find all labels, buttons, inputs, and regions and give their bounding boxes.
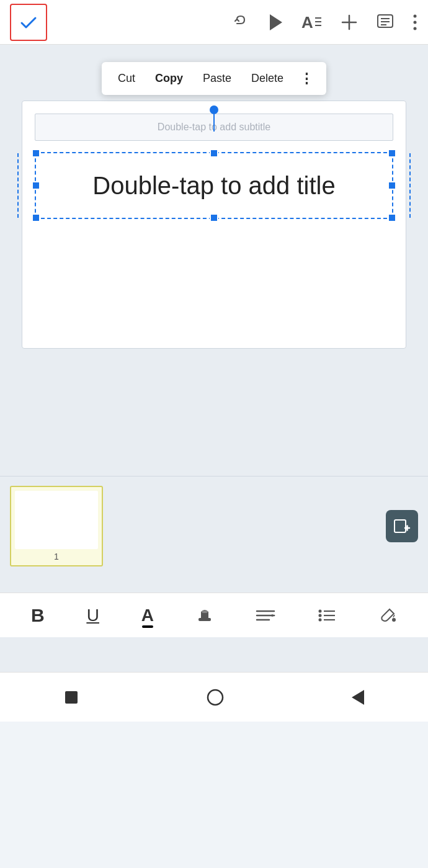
add-button[interactable] — [340, 13, 359, 32]
text-format-button[interactable]: A — [301, 13, 323, 32]
svg-point-23 — [318, 609, 321, 612]
svg-rect-31 — [65, 691, 78, 704]
title-placeholder[interactable]: Double-tap to add title — [46, 171, 382, 200]
text-color-button[interactable]: A — [136, 601, 159, 630]
svg-marker-33 — [352, 690, 364, 705]
paint-bucket-button[interactable] — [373, 601, 402, 630]
svg-point-29 — [392, 618, 396, 622]
svg-marker-0 — [270, 14, 282, 30]
toolbar-icons: A — [232, 13, 418, 32]
svg-point-12 — [414, 20, 417, 24]
slide-panel: 1 — [0, 476, 428, 575]
add-slide-button[interactable] — [386, 510, 418, 542]
handle-top-left[interactable] — [32, 149, 40, 158]
slide-container: Double-tap to add subtitle Double-tap to… — [22, 101, 406, 349]
svg-point-32 — [208, 690, 223, 705]
bold-label: B — [31, 605, 45, 626]
main-area: Cut Copy Paste Delete ⋮ Double-tap to ad… — [0, 45, 428, 722]
copy-menu-item[interactable]: Copy — [151, 69, 187, 87]
slide-number: 1 — [11, 549, 102, 565]
handle-middle-right[interactable] — [388, 181, 396, 190]
text-color-underline — [142, 625, 153, 628]
handle-top-center[interactable] — [210, 149, 218, 158]
stop-button[interactable] — [61, 687, 81, 707]
svg-marker-22 — [272, 614, 275, 617]
context-menu: Cut Copy Paste Delete ⋮ — [102, 62, 326, 95]
nav-bar — [0, 672, 428, 722]
play-button[interactable] — [268, 13, 284, 32]
slide-thumbnail[interactable]: 1 — [10, 486, 103, 566]
check-button[interactable] — [10, 4, 47, 41]
text-color-label: A — [141, 606, 154, 625]
align-button[interactable] — [251, 602, 280, 629]
underline-label: U — [87, 606, 99, 625]
svg-line-30 — [393, 615, 395, 617]
svg-point-18 — [202, 611, 208, 613]
undo-button[interactable] — [232, 13, 251, 32]
paste-menu-item[interactable]: Paste — [199, 69, 235, 87]
handle-top-right[interactable] — [388, 149, 396, 158]
svg-point-27 — [318, 618, 321, 621]
subtitle-area[interactable]: Double-tap to add subtitle — [35, 114, 393, 141]
handle-bottom-left[interactable] — [32, 213, 40, 222]
bold-button[interactable]: B — [26, 600, 50, 631]
svg-point-11 — [414, 14, 417, 17]
svg-point-25 — [318, 614, 321, 617]
list-button[interactable] — [313, 602, 341, 629]
context-more-button[interactable]: ⋮ — [300, 71, 314, 87]
cursor-line — [213, 113, 215, 132]
comment-button[interactable] — [376, 13, 395, 32]
handle-middle-left[interactable] — [32, 181, 40, 190]
format-toolbar: B U A — [0, 593, 428, 637]
handle-bottom-right[interactable] — [388, 213, 396, 222]
svg-point-13 — [414, 27, 417, 30]
title-text-box[interactable]: Double-tap to add title — [35, 152, 393, 219]
delete-menu-item[interactable]: Delete — [247, 69, 287, 87]
more-button[interactable] — [412, 14, 418, 31]
back-button[interactable] — [349, 687, 367, 707]
cut-menu-item[interactable]: Cut — [114, 69, 139, 87]
svg-rect-17 — [198, 618, 211, 621]
handle-bottom-center[interactable] — [210, 213, 218, 222]
selection-line-right — [409, 153, 411, 218]
home-button[interactable] — [205, 687, 226, 708]
top-toolbar: A — [0, 0, 428, 45]
slide-thumb-inner — [15, 491, 98, 549]
svg-rect-14 — [395, 520, 406, 532]
underline-button[interactable]: U — [82, 601, 104, 630]
pen-button[interactable] — [191, 602, 218, 629]
selection-line-left — [17, 153, 19, 218]
svg-text:A: A — [301, 13, 313, 32]
